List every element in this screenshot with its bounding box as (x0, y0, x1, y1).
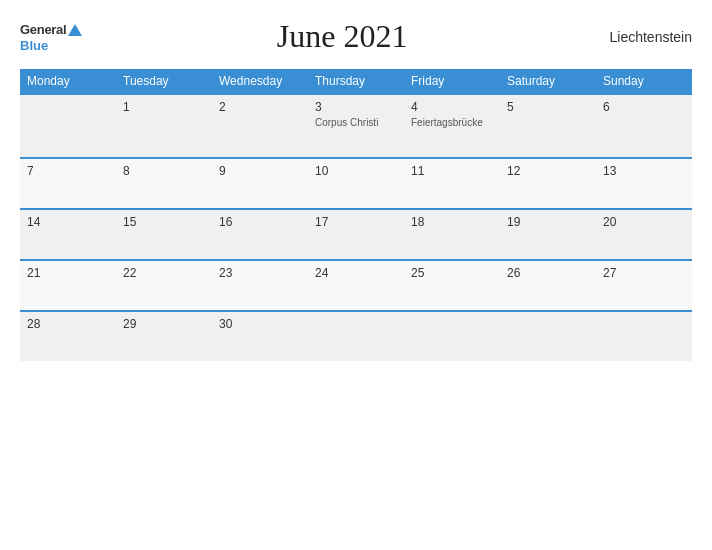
calendar-cell: 9 (212, 158, 308, 209)
col-friday: Friday (404, 69, 500, 94)
col-saturday: Saturday (500, 69, 596, 94)
day-number: 12 (507, 164, 589, 178)
header: General Blue June 2021 Liechtenstein (20, 18, 692, 55)
day-number: 2 (219, 100, 301, 114)
col-thursday: Thursday (308, 69, 404, 94)
day-number: 9 (219, 164, 301, 178)
calendar-cell: 29 (116, 311, 212, 361)
calendar-cell: 20 (596, 209, 692, 260)
logo-blue: Blue (20, 38, 48, 53)
col-tuesday: Tuesday (116, 69, 212, 94)
calendar-cell: 27 (596, 260, 692, 311)
logo-general: General (20, 22, 66, 37)
day-number: 24 (315, 266, 397, 280)
calendar-cell: 15 (116, 209, 212, 260)
calendar-week-row: 282930 (20, 311, 692, 361)
day-number: 22 (123, 266, 205, 280)
calendar-cell: 17 (308, 209, 404, 260)
logo: General Blue (20, 21, 82, 53)
day-number: 17 (315, 215, 397, 229)
day-number: 10 (315, 164, 397, 178)
calendar-cell: 26 (500, 260, 596, 311)
calendar-cell: 28 (20, 311, 116, 361)
calendar-table: Monday Tuesday Wednesday Thursday Friday… (20, 69, 692, 361)
calendar-header: Monday Tuesday Wednesday Thursday Friday… (20, 69, 692, 94)
calendar-cell: 11 (404, 158, 500, 209)
holiday-label: Corpus Christi (315, 116, 397, 129)
day-number: 19 (507, 215, 589, 229)
calendar-cell: 13 (596, 158, 692, 209)
calendar-cell (500, 311, 596, 361)
calendar-cell: 30 (212, 311, 308, 361)
calendar-cell (20, 94, 116, 158)
day-number: 1 (123, 100, 205, 114)
col-sunday: Sunday (596, 69, 692, 94)
calendar-cell: 18 (404, 209, 500, 260)
country-label: Liechtenstein (602, 29, 692, 45)
calendar-cell (596, 311, 692, 361)
day-number: 14 (27, 215, 109, 229)
day-number: 3 (315, 100, 397, 114)
day-number: 25 (411, 266, 493, 280)
day-number: 23 (219, 266, 301, 280)
day-number: 20 (603, 215, 685, 229)
calendar-week-row: 78910111213 (20, 158, 692, 209)
calendar-cell: 6 (596, 94, 692, 158)
calendar-cell: 22 (116, 260, 212, 311)
calendar-cell: 21 (20, 260, 116, 311)
day-number: 26 (507, 266, 589, 280)
day-number: 15 (123, 215, 205, 229)
calendar-cell: 2 (212, 94, 308, 158)
calendar-page: General Blue June 2021 Liechtenstein Mon… (0, 0, 712, 550)
day-number: 5 (507, 100, 589, 114)
calendar-cell: 14 (20, 209, 116, 260)
day-headers-row: Monday Tuesday Wednesday Thursday Friday… (20, 69, 692, 94)
calendar-cell: 24 (308, 260, 404, 311)
day-number: 29 (123, 317, 205, 331)
day-number: 8 (123, 164, 205, 178)
col-wednesday: Wednesday (212, 69, 308, 94)
day-number: 18 (411, 215, 493, 229)
calendar-cell: 19 (500, 209, 596, 260)
calendar-cell: 4Feiertagsbrücke (404, 94, 500, 158)
calendar-cell: 1 (116, 94, 212, 158)
calendar-week-row: 14151617181920 (20, 209, 692, 260)
day-number: 7 (27, 164, 109, 178)
day-number: 27 (603, 266, 685, 280)
day-number: 13 (603, 164, 685, 178)
calendar-cell: 5 (500, 94, 596, 158)
calendar-week-row: 21222324252627 (20, 260, 692, 311)
calendar-cell: 3Corpus Christi (308, 94, 404, 158)
calendar-cell (308, 311, 404, 361)
day-number: 16 (219, 215, 301, 229)
calendar-cell: 10 (308, 158, 404, 209)
logo-triangle-icon (68, 24, 82, 36)
calendar-cell: 23 (212, 260, 308, 311)
col-monday: Monday (20, 69, 116, 94)
calendar-week-row: 123Corpus Christi4Feiertagsbrücke56 (20, 94, 692, 158)
day-number: 28 (27, 317, 109, 331)
day-number: 6 (603, 100, 685, 114)
calendar-cell: 16 (212, 209, 308, 260)
holiday-label: Feiertagsbrücke (411, 116, 493, 129)
calendar-title: June 2021 (82, 18, 602, 55)
calendar-cell: 8 (116, 158, 212, 209)
day-number: 4 (411, 100, 493, 114)
day-number: 30 (219, 317, 301, 331)
calendar-body: 123Corpus Christi4Feiertagsbrücke5678910… (20, 94, 692, 361)
calendar-cell: 12 (500, 158, 596, 209)
calendar-cell: 7 (20, 158, 116, 209)
calendar-cell: 25 (404, 260, 500, 311)
calendar-cell (404, 311, 500, 361)
day-number: 21 (27, 266, 109, 280)
day-number: 11 (411, 164, 493, 178)
logo-text: General Blue (20, 21, 82, 53)
